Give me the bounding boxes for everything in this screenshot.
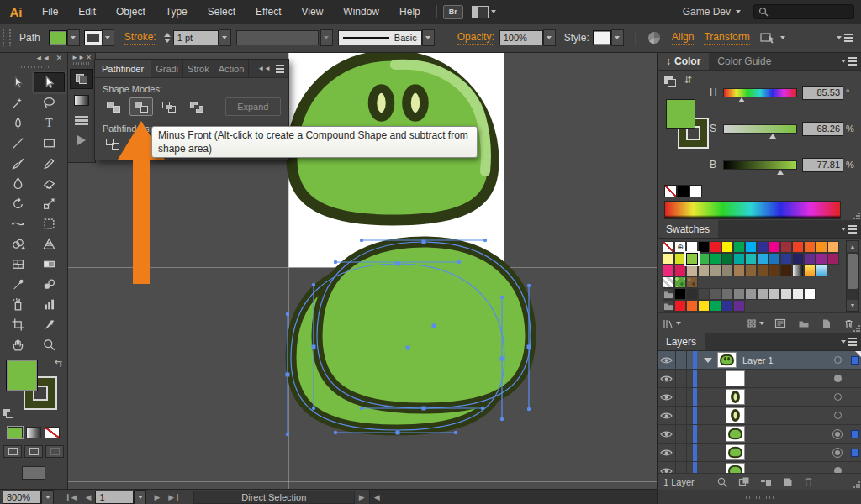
swatch[interactable] (686, 288, 698, 300)
swatch[interactable] (698, 288, 710, 300)
tool-perspective-grid[interactable] (34, 234, 65, 254)
none-swatch[interactable] (663, 241, 674, 253)
last-artboard-button[interactable]: ▶❙ (164, 493, 184, 501)
path-thumbnail[interactable] (726, 389, 745, 405)
s-slider[interactable] (723, 124, 797, 134)
isolate-object-icon[interactable] (760, 31, 777, 45)
gradient-panel-icon[interactable] (71, 91, 92, 109)
swatch[interactable] (827, 241, 839, 253)
tool-slice[interactable] (34, 314, 65, 334)
tool-mesh[interactable] (3, 254, 34, 274)
swatch[interactable] (710, 241, 721, 253)
tool-paintbrush[interactable] (3, 153, 34, 173)
b-value-field[interactable]: 77.81 (802, 158, 843, 172)
swap-fill-stroke-icon[interactable]: ⇆ (683, 76, 694, 83)
swatch[interactable] (674, 300, 686, 312)
panel-menu-icon[interactable] (276, 65, 284, 73)
scrollbar-thumb[interactable] (848, 254, 858, 289)
menu-type[interactable]: Type (156, 1, 198, 24)
swatch-libraries-icon[interactable] (663, 318, 681, 329)
path-row[interactable] (658, 407, 861, 425)
swatch[interactable] (745, 241, 757, 253)
swatch[interactable] (769, 241, 780, 253)
zoom-level-dropdown[interactable] (41, 490, 54, 504)
registration-swatch[interactable]: ⊕ (674, 241, 686, 253)
swatch[interactable] (674, 288, 686, 300)
tool-eyedropper[interactable] (3, 274, 34, 294)
swatch[interactable] (721, 265, 733, 276)
swatch[interactable] (757, 288, 769, 300)
swatch[interactable] (780, 241, 792, 253)
status-display-menu[interactable]: ▶ (355, 493, 369, 501)
locate-object-icon[interactable] (716, 476, 728, 488)
swatch[interactable] (674, 253, 686, 265)
swatch[interactable] (804, 241, 816, 253)
tab-pathfinder[interactable]: Pathfinder (95, 60, 151, 77)
visibility-eye-icon[interactable] (658, 444, 676, 461)
swatches-scrollbar[interactable]: ▲ ▼ (846, 240, 859, 312)
stroke-weight-dropdown[interactable] (219, 29, 231, 46)
swatch[interactable] (698, 265, 710, 276)
swatch[interactable] (663, 253, 674, 265)
panel-resize-grip[interactable] (853, 480, 860, 488)
color-group-folder-icon[interactable] (663, 288, 674, 300)
tool-column-graph[interactable] (34, 294, 65, 314)
opacity-dropdown[interactable] (543, 29, 556, 46)
swatch[interactable] (804, 253, 816, 265)
swatch[interactable] (816, 241, 827, 253)
draw-normal-button[interactable] (3, 445, 22, 458)
tool-symbol-sprayer[interactable] (3, 294, 34, 314)
visibility-eye-icon[interactable] (658, 351, 676, 369)
s-value-field[interactable]: 68.26 (802, 122, 843, 136)
new-sublayer-icon[interactable] (760, 477, 773, 487)
swatch[interactable] (745, 253, 757, 265)
align-panel-link[interactable]: Align (672, 31, 695, 45)
path-row[interactable] (658, 425, 861, 444)
gradient-swatch[interactable] (816, 265, 827, 276)
tab-color[interactable]: ↕ Color (658, 52, 709, 70)
target-circle[interactable] (827, 393, 848, 401)
swatch[interactable] (733, 253, 745, 265)
scroll-up-icon[interactable]: ▲ (847, 241, 858, 252)
draw-inside-button[interactable] (45, 445, 64, 458)
tool-line-segment[interactable] (3, 133, 34, 153)
control-panel-menu-icon[interactable] (837, 34, 853, 42)
exclude-button[interactable] (186, 98, 207, 115)
brush-definition-select[interactable]: Basic (338, 30, 422, 45)
document-canvas[interactable]: ►► ✕ Pathfinder Gradi Strok Action ◄◄ Sh… (67, 52, 657, 489)
path-thumbnail[interactable] (726, 407, 745, 423)
clipping-mask-icon[interactable] (738, 476, 750, 487)
selected-swatch[interactable] (686, 253, 698, 265)
swatch[interactable] (733, 265, 745, 276)
swatch[interactable] (780, 288, 792, 300)
menu-file[interactable]: File (32, 1, 68, 24)
swatch[interactable] (804, 288, 816, 300)
bridge-button[interactable]: Br (443, 5, 463, 19)
tool-type[interactable]: T (34, 113, 65, 133)
menu-edit[interactable]: Edit (68, 1, 106, 24)
tab-layers[interactable]: Layers (658, 333, 705, 350)
swatch[interactable] (698, 253, 710, 265)
swatch[interactable] (733, 241, 745, 253)
close-panel-icon[interactable]: ✕ (55, 54, 62, 62)
slime-body-front-path[interactable] (317, 242, 531, 408)
path-row[interactable] (658, 370, 861, 388)
panel-resize-grip[interactable] (853, 212, 860, 219)
recolor-artwork-icon[interactable] (647, 30, 662, 45)
swatch[interactable] (721, 300, 733, 312)
visibility-eye-icon[interactable] (658, 425, 676, 443)
swatch[interactable] (757, 241, 769, 253)
tool-zoom[interactable] (34, 334, 65, 354)
swatch[interactable] (733, 288, 745, 300)
black-swatch[interactable] (677, 185, 689, 197)
next-artboard-button[interactable]: ▶ (150, 493, 164, 501)
b-slider[interactable] (723, 160, 797, 170)
pattern-swatch[interactable] (663, 276, 674, 288)
path-row[interactable] (658, 444, 861, 462)
gradient-swatch[interactable] (792, 265, 804, 276)
lock-toggle[interactable] (676, 407, 687, 424)
panel-resize-grip[interactable] (853, 324, 860, 332)
width-profile-select[interactable] (236, 30, 319, 45)
previous-artboard-button[interactable]: ◀ (81, 493, 95, 501)
tool-selection[interactable] (3, 72, 34, 92)
